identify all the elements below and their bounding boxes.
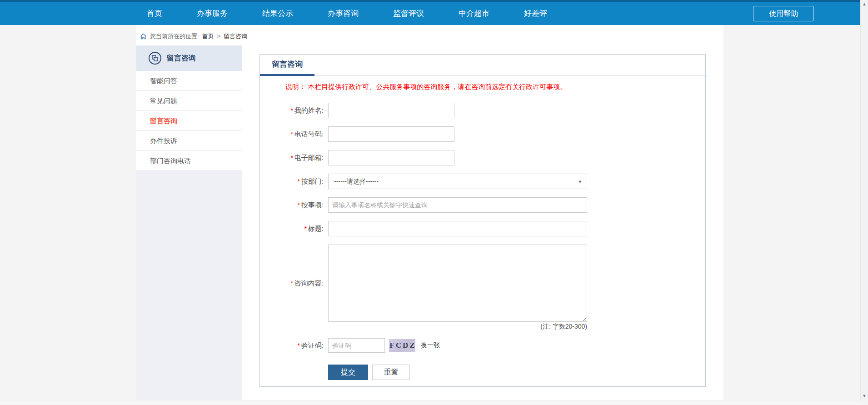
nav-item-agency-market[interactable]: 中介超市 — [459, 2, 489, 25]
required-mark: * — [297, 201, 299, 209]
sidebar-item-smart-qa[interactable]: 智能问答 — [136, 71, 242, 91]
phone-label: *电话号码: — [260, 130, 328, 139]
department-select[interactable]: ------请选择------ ▼ — [328, 174, 587, 189]
help-button[interactable]: 使用帮助 — [753, 6, 814, 21]
required-mark: * — [290, 280, 293, 287]
nav-item-rating[interactable]: 好差评 — [524, 2, 547, 25]
consult-panel: 留言咨询 说明： 本栏目提供行政许可、公共服务事项的咨询服务，请在咨询前选定有关… — [259, 54, 706, 387]
sidebar-item-dept-phone[interactable]: 部门咨询电话 — [136, 151, 242, 171]
sidebar-item-message-consult[interactable]: 留言咨询 — [136, 111, 242, 131]
captcha-label: *验证码: — [260, 341, 328, 350]
nav-menu: 首页 办事服务 结果公示 办事咨询 监督评议 中介超市 好差评 — [147, 2, 547, 25]
submit-button[interactable]: 提交 — [328, 365, 368, 380]
matter-row: *按事项: — [260, 197, 705, 213]
home-icon — [140, 33, 147, 40]
content-label: *咨询内容: — [260, 279, 328, 288]
sidebar-header-label: 留言咨询 — [167, 54, 196, 63]
top-navbar: 首页 办事服务 结果公示 办事咨询 监督评议 中介超市 好差评 使用帮助 — [0, 2, 860, 25]
title-input[interactable] — [328, 221, 587, 236]
nav-item-supervision[interactable]: 监督评议 — [393, 2, 424, 25]
main-column: 留言咨询 说明： 本栏目提供行政许可、公共服务事项的咨询服务，请在咨询前选定有关… — [242, 45, 723, 400]
required-mark: * — [304, 225, 306, 232]
page-content: 您当前所在的位置: 首页 > 留言咨询 留言咨询 智能问答 常见问题 留言咨询 … — [136, 25, 723, 400]
breadcrumb-separator: > — [217, 33, 221, 40]
content-textarea[interactable] — [328, 245, 587, 322]
required-mark: * — [297, 178, 299, 185]
sidebar-menu: 智能问答 常见问题 留言咨询 办件投诉 部门咨询电话 — [136, 71, 242, 171]
nav-item-home[interactable]: 首页 — [147, 2, 162, 25]
notice-text: 说明： 本栏目提供行政许可、公共服务事项的咨询服务，请在咨询前选定有关行政许可事… — [285, 83, 705, 91]
content-length-note: (注: 字数20-300) — [260, 323, 587, 331]
department-selected-value: ------请选择------ — [334, 178, 379, 185]
consult-form: *我的姓名: *电话号码: *电子邮箱: *按部门: -- — [260, 103, 705, 380]
required-mark: * — [297, 342, 299, 349]
sidebar-header: 留言咨询 — [136, 45, 242, 71]
sidebar-item-faq[interactable]: 常见问题 — [136, 91, 242, 111]
content-row: *咨询内容: — [260, 245, 705, 322]
scroll-up-icon[interactable]: ▲ — [861, 0, 868, 8]
breadcrumb-home-link[interactable]: 首页 — [202, 32, 214, 40]
breadcrumb-current: 留言咨询 — [224, 32, 247, 40]
tab-message-consult[interactable]: 留言咨询 — [260, 55, 314, 76]
department-label: *按部门: — [260, 177, 328, 186]
required-mark: * — [290, 154, 293, 161]
email-label: *电子邮箱: — [260, 154, 328, 162]
captcha-input[interactable] — [328, 338, 385, 353]
sidebar-item-complaint[interactable]: 办件投诉 — [136, 131, 242, 151]
sidebar: 留言咨询 智能问答 常见问题 留言咨询 办件投诉 部门咨询电话 — [136, 45, 242, 400]
panel-tab-bar: 留言咨询 — [260, 55, 705, 76]
email-row: *电子邮箱: — [260, 150, 705, 165]
breadcrumb-prefix: 您当前所在的位置: — [150, 32, 199, 40]
required-mark: * — [290, 130, 293, 138]
phone-row: *电话号码: — [260, 126, 705, 142]
email-input[interactable] — [328, 150, 454, 165]
form-buttons: 提交 重置 — [328, 365, 705, 380]
captcha-image[interactable]: FCDZ — [389, 339, 415, 352]
horizontal-scrollbar[interactable] — [0, 400, 860, 405]
message-consult-icon — [148, 51, 162, 65]
name-input[interactable] — [328, 103, 454, 118]
chevron-down-icon: ▼ — [578, 174, 582, 190]
reset-button[interactable]: 重置 — [372, 365, 410, 380]
name-label: *我的姓名: — [260, 106, 328, 115]
required-mark: * — [290, 107, 293, 114]
captcha-refresh-link[interactable]: 换一张 — [421, 341, 440, 350]
nav-item-consult[interactable]: 办事咨询 — [328, 2, 359, 25]
department-row: *按部门: ------请选择------ ▼ — [260, 174, 705, 189]
captcha-row: *验证码: FCDZ 换一张 — [260, 338, 705, 353]
title-label: *标题: — [260, 225, 328, 233]
name-row: *我的姓名: — [260, 103, 705, 118]
breadcrumb: 您当前所在的位置: 首页 > 留言咨询 — [136, 25, 723, 45]
matter-input[interactable] — [328, 197, 587, 213]
title-row: *标题: — [260, 221, 705, 236]
phone-input[interactable] — [328, 126, 454, 142]
scroll-down-icon[interactable]: ▼ — [861, 392, 868, 400]
nav-item-results[interactable]: 结果公示 — [262, 2, 293, 25]
matter-label: *按事项: — [260, 201, 328, 210]
vertical-scrollbar[interactable]: ▲ ▼ — [860, 0, 868, 400]
nav-item-services[interactable]: 办事服务 — [197, 2, 228, 25]
